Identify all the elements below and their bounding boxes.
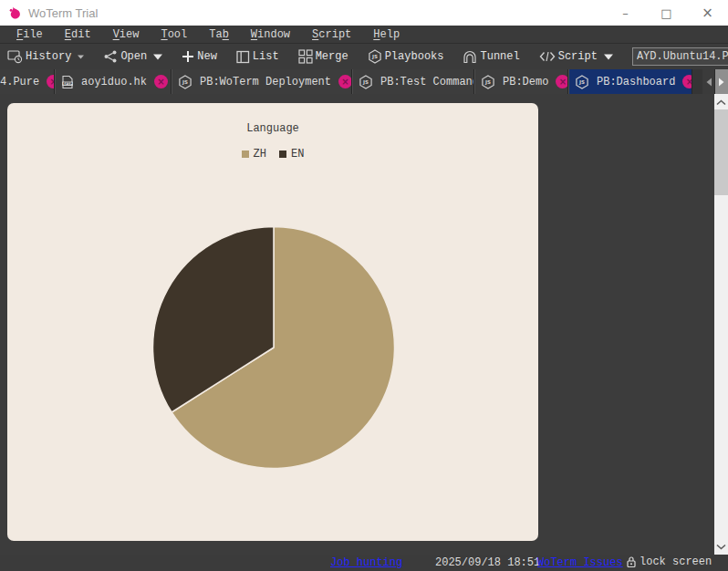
tab-scroll-buttons — [702, 69, 728, 94]
tab-pb-dashboard[interactable]: JSPB:Dashboard× — [568, 69, 692, 94]
svg-text:JS: JS — [362, 79, 369, 86]
playbook-icon: JS — [368, 49, 382, 64]
dashboard-panel: Language ZHEN — [7, 103, 538, 541]
tab-label: 4.Pure — [0, 76, 39, 88]
svg-text:JS: JS — [578, 79, 585, 86]
toolbar-button-tunnel[interactable]: Tunnel — [463, 50, 519, 64]
toolbar-button-script[interactable]: Script — [539, 50, 613, 63]
chevron-down-icon — [153, 54, 162, 60]
toolbar-button-label: Script — [558, 50, 598, 63]
toolbar-button-label: Merge — [316, 50, 348, 63]
js-playbook-icon: JS — [575, 75, 589, 89]
scrollbar-thumb[interactable] — [714, 109, 728, 195]
window-controls: – □ × — [605, 0, 728, 26]
legend-label: ZH — [254, 148, 266, 161]
js-playbook-icon: JS — [359, 75, 373, 89]
tab-aoyiduo-hk[interactable]: SFTPaoyiduo.hk× — [55, 69, 172, 94]
chevron-down-icon — [604, 54, 613, 60]
menu-file[interactable]: File — [5, 28, 54, 41]
lock-screen-button[interactable]: lock screen — [626, 555, 712, 568]
menu-tool[interactable]: Tool — [150, 28, 198, 41]
js-playbook-icon: JS — [178, 75, 192, 89]
vertical-scrollbar[interactable] — [714, 94, 728, 555]
woterm-issues-link[interactable]: WoTerm Issues — [537, 556, 623, 569]
plus-icon — [182, 50, 194, 63]
titlebar: WoTerm Trial – □ × — [0, 0, 728, 26]
menu-edit[interactable]: Edit — [54, 28, 102, 41]
toolbar-button-label: Playbooks — [385, 50, 444, 63]
app-logo-icon — [7, 5, 23, 21]
close-icon[interactable]: × — [687, 0, 728, 26]
job-hunting-link[interactable]: Job hunting — [330, 556, 402, 569]
share-icon — [103, 49, 118, 64]
svg-text:JS: JS — [484, 79, 491, 86]
maximize-icon[interactable]: □ — [646, 0, 687, 26]
status-timestamp: 2025/09/18 18:51 — [435, 556, 540, 569]
tab-scroll-left-icon[interactable] — [702, 69, 715, 94]
svg-text:JS: JS — [182, 79, 188, 86]
toolbar-button-merge[interactable]: Merge — [298, 49, 348, 64]
tab-label: PB:Dashboard — [597, 76, 675, 88]
toolbar-button-playbooks[interactable]: JSPlaybooks — [368, 49, 444, 64]
tab-label: aoyiduo.hk — [81, 76, 147, 88]
legend-label: EN — [291, 148, 304, 161]
legend-swatch — [242, 151, 249, 158]
history-icon — [7, 49, 23, 64]
tab-label: PB:WoTerm Deployment — [200, 76, 331, 88]
chart-legend: ZHEN — [7, 148, 538, 161]
window-title: WoTerm Trial — [28, 6, 98, 20]
tab-pb-demo[interactable]: JSPB:Demo× — [474, 69, 568, 94]
toolbar-button-open[interactable]: Open — [103, 49, 162, 64]
svg-text:SFTP: SFTP — [63, 82, 72, 86]
sftp-icon: SFTP — [61, 75, 74, 89]
tab-close-icon[interactable]: × — [682, 75, 692, 88]
legend-item-en[interactable]: EN — [279, 148, 304, 161]
tabbar: 4.Pure×SFTPaoyiduo.hk×JSPB:WoTerm Deploy… — [0, 69, 728, 94]
legend-item-zh[interactable]: ZH — [242, 148, 266, 161]
content-area: Language ZHEN — [0, 94, 714, 555]
menu-script[interactable]: Script — [301, 28, 362, 41]
chart-title: Language — [7, 122, 538, 135]
tab-strip: 4.Pure×SFTPaoyiduo.hk×JSPB:WoTerm Deploy… — [0, 69, 702, 94]
pie-chart — [151, 224, 397, 471]
toolbar-button-label: History — [26, 50, 71, 63]
tab-close-icon[interactable]: × — [556, 75, 568, 88]
menubar: FileEditViewToolTabWindowScriptHelp — [0, 26, 728, 44]
tab-pb-woterm-deployment[interactable]: JSPB:WoTerm Deployment× — [172, 69, 352, 94]
list-icon — [236, 50, 250, 64]
tab-close-icon[interactable]: × — [47, 75, 55, 88]
toolbar-button-list[interactable]: List — [236, 50, 279, 64]
tab-close-icon[interactable]: × — [154, 75, 168, 88]
toolbar-button-label: New — [197, 50, 217, 63]
menu-view[interactable]: View — [102, 28, 151, 41]
scroll-up-icon[interactable] — [714, 95, 728, 109]
tab-label: PB:Test Command — [380, 76, 474, 88]
tab-4-pure[interactable]: 4.Pure× — [0, 69, 55, 94]
menu-tab[interactable]: Tab — [198, 28, 240, 41]
lock-screen-label: lock screen — [640, 555, 712, 568]
svg-text:JS: JS — [371, 54, 378, 60]
menu-help[interactable]: Help — [362, 28, 411, 41]
toolbar-button-label: Open — [120, 50, 147, 63]
tab-label: PB:Demo — [503, 76, 548, 88]
tab-close-icon[interactable]: × — [338, 75, 352, 88]
tab-scroll-right-icon[interactable] — [715, 69, 728, 94]
toolbar: HistoryOpenNewListMergeJSPlaybooksTunnel… — [0, 44, 728, 69]
app-window: WoTerm Trial – □ × FileEditViewToolTabWi… — [0, 0, 728, 571]
menu-window[interactable]: Window — [240, 28, 301, 41]
target-field[interactable] — [632, 47, 728, 66]
merge-icon — [298, 49, 313, 64]
tunnel-icon — [463, 50, 477, 64]
tab-pb-test-command[interactable]: JSPB:Test Command× — [352, 69, 474, 94]
js-playbook-icon: JS — [481, 75, 495, 89]
lock-icon — [626, 555, 637, 568]
toolbar-button-history[interactable]: History — [7, 49, 84, 64]
toolbar-button-label: Tunnel — [480, 50, 519, 63]
target-input[interactable] — [637, 50, 728, 63]
minimize-icon[interactable]: – — [605, 0, 646, 26]
toolbar-button-new[interactable]: New — [182, 50, 217, 63]
legend-swatch — [279, 151, 286, 158]
code-icon — [539, 50, 556, 63]
statusbar: Job hunting 2025/09/18 18:51 WoTerm Issu… — [0, 555, 728, 571]
scroll-down-icon[interactable] — [714, 539, 728, 554]
